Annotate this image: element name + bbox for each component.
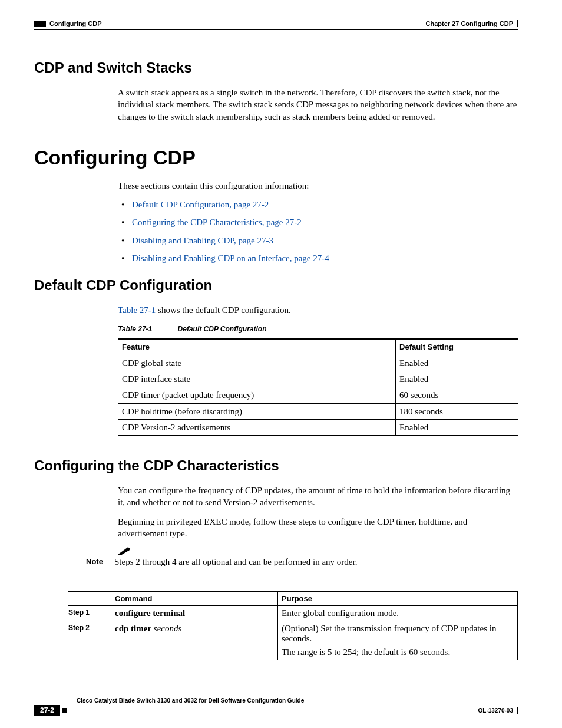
section2-intro-suffix: shows the default CDP configuration. — [156, 305, 290, 315]
cmd-header-step — [68, 591, 111, 606]
header-chapter-label: Chapter 27 Configuring CDP — [425, 20, 518, 27]
cell-feature: CDP holdtime (before discarding) — [118, 403, 396, 419]
section3-p2: Beginning in privileged EXEC mode, follo… — [118, 516, 518, 540]
cell-feature: CDP global state — [118, 355, 396, 371]
table-header-feature: Feature — [118, 339, 396, 355]
header-section-label: Configuring CDP — [49, 20, 102, 27]
cmd-command: cdp timer seconds — [111, 621, 278, 660]
link-disable-enable-cdp[interactable]: Disabling and Enabling CDP, page 27-3 — [132, 236, 273, 245]
cmd-step: Step 1 — [68, 606, 111, 621]
footer-marker-icon — [62, 708, 67, 713]
note-text: Steps 2 through 4 are all optional and c… — [114, 557, 518, 567]
cmd-bold-text: configure terminal — [115, 608, 185, 618]
cell-feature: CDP timer (packet update frequency) — [118, 387, 396, 403]
cmd-purpose: Enter global configuration mode. — [278, 606, 518, 621]
section-config-cdp-characteristics-title: Configuring the CDP Characteristics — [34, 457, 518, 474]
link-disable-enable-cdp-interface[interactable]: Disabling and Enabling CDP on an Interfa… — [132, 253, 329, 263]
link-item: Default CDP Configuration, page 27-2 — [118, 199, 518, 210]
footer-doc-title: Cisco Catalyst Blade Switch 3130 and 303… — [77, 697, 518, 704]
cmd-command: configure terminal — [111, 606, 278, 621]
section-cdp-switch-stacks-title: CDP and Switch Stacks — [34, 60, 518, 76]
table-header-default-setting: Default Setting — [396, 339, 518, 355]
link-table-27-1[interactable]: Table 27-1 — [118, 305, 156, 315]
cmd-row: Step 1 configure terminal Enter global c… — [68, 606, 518, 621]
table-row: CDP interface stateEnabled — [118, 371, 518, 387]
cmd-bold-text: cdp timer — [115, 624, 151, 633]
cmd-row: Step 2 cdp timer seconds (Optional) Set … — [68, 621, 518, 660]
note-label: Note — [86, 557, 106, 566]
footer-doc-id: OL-13270-03 — [478, 707, 518, 714]
default-cdp-config-table: Feature Default Setting CDP global state… — [118, 338, 518, 436]
cell-setting: Enabled — [396, 355, 518, 371]
cmd-purpose: (Optional) Set the transmission frequenc… — [278, 621, 518, 660]
cell-feature: CDP Version-2 advertisements — [118, 419, 396, 436]
link-item: Disabling and Enabling CDP, page 27-3 — [118, 235, 518, 246]
page-number-box: 27-2 — [34, 705, 60, 716]
section3-p1: You can configure the frequency of CDP u… — [118, 485, 518, 509]
cell-setting: Enabled — [396, 371, 518, 387]
header-marker-icon — [34, 21, 46, 27]
cmd-purpose-line2: The range is 5 to 254; the default is 60… — [282, 647, 514, 657]
cmd-header-command: Command — [111, 591, 278, 606]
table-row: CDP global stateEnabled — [118, 355, 518, 371]
note-bottom-rule — [118, 569, 518, 569]
main-heading: Configuring CDP — [34, 146, 518, 169]
table-caption-label: Table 27-1 — [118, 325, 152, 333]
cell-setting: Enabled — [396, 419, 518, 436]
table-caption: Table 27-1 Default CDP Configuration — [118, 324, 518, 334]
table-row: CDP Version-2 advertisementsEnabled — [118, 419, 518, 436]
link-list: Default CDP Configuration, page 27-2 Con… — [118, 199, 518, 264]
cmd-header-purpose: Purpose — [278, 591, 518, 606]
intro-paragraph: These sections contain this configuratio… — [118, 180, 518, 192]
note-block: Note Steps 2 through 4 are all optional … — [86, 546, 518, 569]
cmd-step: Step 2 — [68, 621, 111, 660]
table-row: CDP holdtime (before discarding)180 seco… — [118, 403, 518, 419]
link-config-cdp-characteristics[interactable]: Configuring the CDP Characteristics, pag… — [132, 218, 302, 227]
link-item: Configuring the CDP Characteristics, pag… — [118, 216, 518, 228]
link-default-cdp-config[interactable]: Default CDP Configuration, page 27-2 — [132, 200, 269, 209]
section2-intro: Table 27-1 shows the default CDP configu… — [118, 304, 518, 316]
cell-feature: CDP interface state — [118, 371, 396, 387]
cmd-italic-text: seconds — [154, 624, 182, 633]
section1-body: A switch stack appears as a single switc… — [118, 87, 518, 123]
command-table: Command Purpose Step 1 configure termina… — [68, 591, 518, 660]
cmd-purpose-line1: (Optional) Set the transmission frequenc… — [282, 624, 514, 644]
cell-setting: 180 seconds — [396, 403, 518, 419]
header-divider — [34, 29, 518, 30]
table-caption-title: Default CDP Configuration — [178, 325, 267, 333]
link-item: Disabling and Enabling CDP on an Interfa… — [118, 252, 518, 264]
footer-rule — [77, 696, 518, 696]
section-default-cdp-config-title: Default CDP Configuration — [34, 277, 518, 294]
cell-setting: 60 seconds — [396, 387, 518, 403]
table-row: CDP timer (packet update frequency)60 se… — [118, 387, 518, 403]
